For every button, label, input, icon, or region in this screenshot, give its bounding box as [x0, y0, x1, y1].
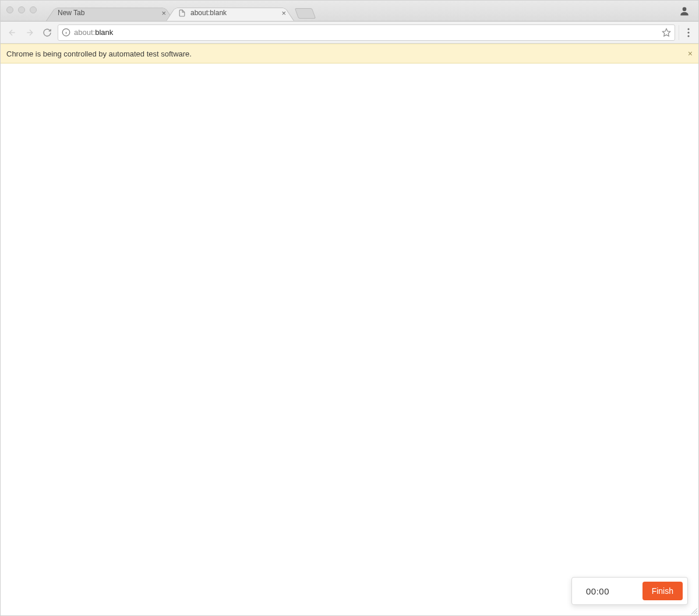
svg-point-7: [687, 35, 689, 37]
automation-infobar: Chrome is being controlled by automated …: [1, 44, 698, 63]
close-window-button[interactable]: [6, 6, 13, 13]
new-tab-button[interactable]: [295, 8, 316, 19]
titlebar: New Tab × about:blank ×: [1, 1, 698, 22]
zoom-window-button[interactable]: [30, 6, 37, 13]
tab-label: New Tab: [58, 9, 84, 17]
infobar-message: Chrome is being controlled by automated …: [6, 49, 688, 58]
tab-about-blank[interactable]: about:blank ×: [166, 5, 294, 21]
toolbar: about:blank: [1, 22, 698, 44]
finish-button[interactable]: Finish: [642, 582, 683, 600]
tab-label: about:blank: [190, 9, 227, 17]
forward-button[interactable]: [23, 26, 37, 40]
tab-strip: New Tab × about:blank ×: [46, 1, 314, 21]
tab-new-tab[interactable]: New Tab ×: [46, 5, 174, 21]
page-content: 00:00 Finish: [1, 63, 698, 615]
svg-point-6: [687, 31, 689, 33]
timer-widget: 00:00 Finish: [571, 577, 688, 605]
site-info-icon[interactable]: [62, 28, 70, 37]
window-controls: [6, 6, 37, 13]
timer-elapsed: 00:00: [586, 586, 609, 596]
url-scheme: about:: [74, 28, 95, 37]
svg-point-0: [683, 7, 687, 11]
profile-icon[interactable]: [679, 5, 690, 17]
resize-grip-icon[interactable]: [690, 607, 697, 614]
svg-marker-4: [662, 29, 670, 36]
close-tab-icon[interactable]: ×: [161, 9, 166, 17]
url-text: about:blank: [74, 28, 658, 37]
file-icon: [178, 9, 186, 17]
minimize-window-button[interactable]: [18, 6, 25, 13]
browser-window: New Tab × about:blank ×: [0, 0, 699, 616]
svg-line-10: [696, 613, 697, 614]
close-tab-icon[interactable]: ×: [281, 9, 286, 17]
reload-button[interactable]: [40, 26, 54, 40]
bookmark-star-icon[interactable]: [662, 28, 671, 37]
address-bar[interactable]: about:blank: [58, 24, 675, 41]
svg-point-5: [687, 28, 689, 30]
url-rest: blank: [95, 28, 113, 37]
infobar-close-icon[interactable]: ×: [688, 49, 693, 58]
chrome-menu-button[interactable]: [679, 25, 694, 40]
back-button[interactable]: [5, 26, 19, 40]
